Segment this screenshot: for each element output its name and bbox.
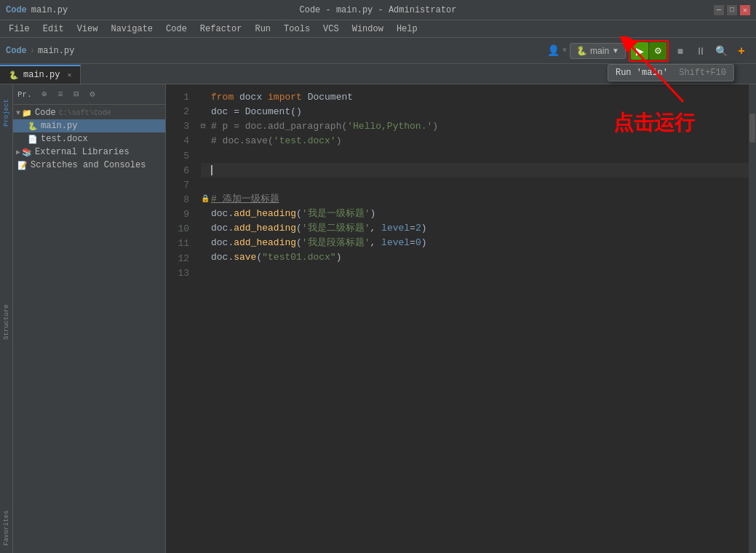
run-gear-button[interactable]: ⚙ (649, 42, 667, 60)
profile-dropdown[interactable]: ▼ (562, 47, 567, 55)
tree-item-scratches[interactable]: 📝 Scratches and Consoles (13, 159, 165, 172)
code-line-13 (201, 265, 749, 279)
tree-label-scratches: Scratches and Consoles (31, 160, 146, 170)
search-button[interactable]: 🔍 (712, 42, 730, 60)
tab-close-icon[interactable]: ✕ (67, 71, 71, 79)
tree-item-code-root[interactable]: ▼ 📁 Code C:\soft\Code (13, 106, 165, 119)
line-numbers: 12345 678910 111213 (166, 84, 195, 553)
sidebar-tree: ▼ 📁 Code C:\soft\Code 🐍 main.py 📄 test.d… (13, 105, 165, 553)
menu-refactor[interactable]: Refactor (194, 23, 248, 36)
tooltip-shortcut: Shift+F10 (679, 68, 726, 78)
pause-button[interactable]: ⏸ (692, 42, 709, 60)
code-line-2: doc = Document() (201, 105, 749, 119)
run-button-group: ▶ ⚙ (629, 40, 669, 62)
toolbar-filename: main.py (38, 46, 74, 56)
code-line-8: 🔒 # 添加一级标题 (201, 192, 749, 207)
run-config-button[interactable]: 🐍 main ▼ (570, 43, 626, 59)
app-logo: Code (6, 5, 27, 15)
comment-4: # doc.save( (211, 134, 274, 148)
tree-path-code: C:\soft\Code (59, 109, 111, 117)
code-line-9: doc.add_heading('我是一级标题') (201, 207, 749, 221)
code-line-1: from docx import Document (201, 90, 749, 105)
tree-label-code: Code (35, 108, 56, 118)
menu-run[interactable]: Run (249, 23, 276, 36)
kw-import-1: import (268, 90, 302, 105)
left-tab-project[interactable]: Project (1, 87, 12, 138)
code-line-7 (201, 178, 749, 192)
tree-arrow-libs: ▶ (16, 148, 20, 156)
tree-item-external-libs[interactable]: ▶ 📚 External Libraries (13, 146, 165, 159)
lock-icon-8: 🔒 (201, 195, 210, 203)
title-file: main.py (31, 5, 68, 15)
tab-label: main.py (23, 70, 60, 80)
docx-icon-test: 📄 (28, 135, 38, 144)
sidebar-toolbar: Pr. ⊕ ≡ ⊟ ⚙ (13, 84, 165, 105)
window-title: Code - main.py - Administrator (299, 5, 456, 15)
add-button[interactable]: + (733, 42, 750, 60)
maximize-button[interactable]: □ (727, 5, 737, 15)
tree-label-external-libs: External Libraries (35, 147, 130, 157)
menu-help[interactable]: Help (391, 23, 423, 36)
run-config-arrow: ▼ (612, 47, 619, 55)
toolbar-separator: › (30, 46, 35, 56)
menu-view[interactable]: View (71, 23, 104, 36)
run-config-icon: 🐍 (576, 46, 587, 56)
code-line-4: # doc.save('test.docx') (201, 134, 749, 148)
sidebar-collapse-icon[interactable]: ⊟ (70, 88, 83, 101)
code-line-5 (201, 148, 749, 163)
tab-main-py[interactable]: 🐍 main.py ✕ (0, 65, 81, 84)
code-line-10: doc.add_heading('我是二级标题', level=2) (201, 221, 749, 236)
left-tab-strip: Project Structure Favorites (0, 84, 13, 553)
menu-vcs[interactable]: VCS (317, 23, 345, 36)
run-config-label: main (590, 46, 609, 56)
run-area: 👤 ▼ 🐍 main ▼ ▶ ⚙ ■ ⏸ 🔍 + (547, 40, 750, 62)
run-tooltip: Run 'main' Shift+F10 (608, 64, 734, 81)
menu-file[interactable]: File (3, 23, 36, 36)
right-scrollbar[interactable] (749, 84, 756, 553)
stop-button[interactable]: ■ (672, 42, 689, 60)
tree-item-test-docx[interactable]: 📄 test.docx (13, 132, 165, 146)
menu-bar: File Edit View Navigate Code Refactor Ru… (0, 20, 756, 38)
scrollbar-thumb[interactable] (749, 114, 755, 143)
tree-item-main-py[interactable]: 🐍 main.py (13, 119, 165, 132)
close-button[interactable]: ✕ (740, 5, 750, 15)
code-line-3: ⊟ # p = doc.add_paragraph('Hello,Python.… (201, 119, 749, 134)
sidebar-title: Pr. (17, 90, 32, 99)
left-tab-favorites[interactable]: Favorites (1, 506, 12, 550)
code-lines[interactable]: from docx import Document doc = Document… (195, 84, 749, 553)
minimize-button[interactable]: — (714, 5, 724, 15)
code-editor: 12345 678910 111213 from docx import Doc… (166, 84, 756, 553)
sidebar-settings-icon[interactable]: ⚙ (86, 88, 99, 101)
project-sidebar: Pr. ⊕ ≡ ⊟ ⚙ ▼ 📁 Code C:\soft\Code (13, 84, 166, 553)
toolbar-logo: Code (6, 46, 27, 56)
left-tab-structure[interactable]: Structure (1, 301, 12, 344)
sidebar-add-icon[interactable]: ⊕ (38, 88, 51, 101)
menu-navigate[interactable]: Navigate (105, 23, 159, 36)
title-bar-left: Code main.py (6, 5, 68, 15)
code-content-area[interactable]: 12345 678910 111213 from docx import Doc… (166, 84, 756, 553)
tooltip-text: Run 'main' (616, 68, 668, 78)
code-line-12: doc.save("test01.docx") (201, 250, 749, 265)
menu-window[interactable]: Window (346, 23, 389, 36)
lib-icon-external: 📚 (22, 148, 32, 157)
comment-3: # p = doc.add_paragraph( (211, 119, 347, 134)
folder-icon-code: 📁 (22, 108, 32, 118)
code-line-6 (201, 163, 749, 178)
cursor (211, 165, 212, 175)
sidebar-scroll-icon[interactable]: ≡ (54, 88, 67, 101)
menu-edit[interactable]: Edit (37, 23, 70, 36)
window-controls: — □ ✕ (714, 5, 750, 15)
kw-from-1: from (211, 90, 234, 105)
tree-arrow-code: ▼ (16, 109, 20, 117)
tree-label-main-py: main.py (41, 121, 77, 131)
menu-tools[interactable]: Tools (278, 23, 316, 36)
profile-icon: 👤 (547, 44, 560, 57)
fold-icon-8: 🔒 (201, 194, 211, 205)
code-line-11: doc.add_heading('我是段落标题', level=0) (201, 236, 749, 250)
menu-code[interactable]: Code (160, 23, 193, 36)
scratch-icon: 📝 (17, 161, 28, 170)
py-icon-main: 🐍 (28, 122, 38, 131)
tab-icon-py: 🐍 (9, 71, 19, 80)
run-button[interactable]: ▶ (631, 42, 648, 60)
tree-label-test-docx: test.docx (41, 134, 88, 144)
